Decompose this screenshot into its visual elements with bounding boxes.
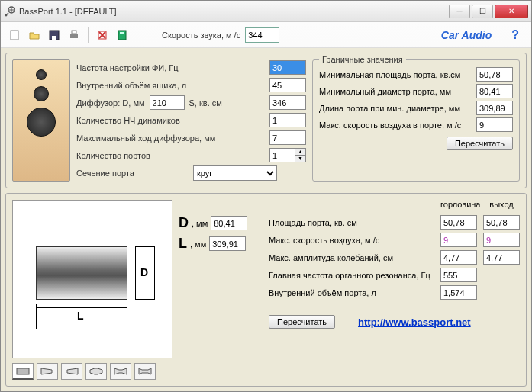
svg-rect-3 [52, 36, 56, 40]
max-air-input[interactable] [476, 117, 513, 132]
s-label: S, кв. cм [189, 98, 222, 108]
recalc-results-button[interactable]: Пересчитать [269, 315, 335, 329]
svg-rect-4 [70, 34, 78, 38]
website-link[interactable]: http://www.bassport.net [358, 316, 471, 328]
max-amp-2 [483, 250, 520, 265]
port-diagram: D L [12, 200, 172, 358]
diff-d-input[interactable] [150, 95, 185, 110]
shape-tab-flare4[interactable] [110, 363, 131, 380]
max-amp-label: Макс. амплитуда колебаний, см [269, 253, 434, 262]
min-dia-label: Минимальный диаметр порта, мм [319, 87, 451, 96]
shape-tabs [12, 363, 172, 380]
shape-tab-flare1[interactable] [37, 363, 58, 380]
d-symbol: D [179, 215, 189, 231]
shape-tab-flare3[interactable] [85, 363, 107, 380]
titlebar: BassPort 1.1 - [DEFAULT] ─ ☐ ✕ [1, 1, 531, 22]
shape-tab-flare5[interactable] [134, 363, 156, 380]
spinner-down-icon[interactable]: ▼ [295, 156, 305, 162]
new-icon[interactable] [7, 27, 22, 43]
port-area-2 [483, 215, 520, 230]
svg-rect-1 [11, 31, 18, 40]
delete-icon[interactable] [95, 27, 110, 43]
recalc-limits-button[interactable]: Пересчитать [447, 137, 513, 150]
save-icon[interactable] [47, 27, 62, 43]
l-symbol: L [179, 236, 187, 252]
limits-group: Граничные значения Минимальная площадь п… [312, 59, 520, 182]
car-audio-link[interactable]: Car Audio [441, 29, 492, 41]
num-ports-input[interactable] [269, 148, 295, 162]
spinner-up-icon[interactable]: ▲ [295, 149, 305, 156]
sound-speed-input[interactable] [245, 27, 279, 43]
tune-freq-label: Частота настройки ФИ, Гц [76, 63, 265, 72]
port-area-1 [440, 215, 477, 230]
app-window: BassPort 1.1 - [DEFAULT] ─ ☐ ✕ Скорость … [0, 0, 532, 392]
maximize-button[interactable]: ☐ [472, 5, 493, 18]
calc-icon[interactable] [114, 27, 130, 43]
input-panel: Частота настройки ФИ, Гц Внутренний объё… [5, 53, 527, 188]
toolbar: Скорость звука, м /с Car Audio ? [1, 22, 531, 48]
max-amp-1 [440, 250, 477, 265]
max-air-1 [440, 233, 477, 247]
num-woofers-label: Количество НЧ динамиков [76, 116, 265, 125]
s-input[interactable] [269, 95, 306, 110]
min-dia-output [476, 84, 513, 98]
minimize-button[interactable]: ─ [449, 5, 470, 18]
close-button[interactable]: ✕ [495, 5, 528, 18]
shape-tab-cylinder[interactable] [12, 363, 34, 380]
open-icon[interactable] [27, 27, 42, 43]
num-woofers-input[interactable] [269, 113, 306, 127]
len-at-min-output [476, 101, 513, 115]
box-vol-label: Внутренний объём ящика, л [76, 81, 265, 90]
diff-d-label: Диффузор: D, мм [76, 98, 145, 108]
min-area-output [476, 67, 513, 82]
xmax-label: Максимальный ход диффузора, мм [76, 133, 265, 143]
box-vol-input[interactable] [269, 78, 306, 92]
sound-speed-label: Скорость звука, м /с [162, 31, 240, 40]
port-area-label: Площадь порта, кв. см [269, 218, 434, 227]
d-input[interactable] [211, 216, 247, 230]
parameters-grid: Частота настройки ФИ, Гц Внутренний объё… [76, 59, 306, 182]
organ-output [440, 268, 477, 282]
results-panel: D L D , мм L [5, 193, 527, 387]
speaker-image [12, 59, 70, 182]
col-exit-label: выход [483, 200, 520, 209]
shape-tab-flare2[interactable] [61, 363, 82, 380]
svg-rect-8 [120, 32, 124, 34]
svg-rect-9 [17, 368, 29, 374]
help-button[interactable]: ? [511, 28, 519, 42]
l-input[interactable] [209, 236, 246, 251]
app-icon [4, 5, 16, 18]
d-unit: , мм [192, 219, 208, 228]
max-air-label: Макс. скорость воздуха в порте, м /с [319, 120, 461, 130]
svg-rect-5 [72, 31, 76, 34]
len-at-min-label: Длина порта при мин. диаметре, мм [319, 104, 460, 113]
col-throat-label: горловина [440, 200, 477, 209]
limits-title: Граничные значения [319, 55, 406, 64]
l-unit: , мм [190, 239, 206, 249]
xmax-input[interactable] [269, 130, 306, 145]
port-vol-output [440, 285, 477, 300]
num-ports-label: Количество портов [76, 151, 265, 160]
window-title: BassPort 1.1 - [DEFAULT] [19, 7, 449, 16]
port-vol-label: Внутренний объём порта, л [269, 288, 434, 297]
print-icon[interactable] [66, 27, 82, 43]
svg-rect-7 [118, 31, 126, 40]
tune-freq-input[interactable] [269, 60, 306, 75]
max-air-res-label: Макс. скорость воздуха, м /с [269, 236, 434, 245]
max-air-2 [483, 233, 520, 247]
min-area-label: Минимальная площадь порта, кв.см [319, 70, 460, 79]
organ-label: Главная частота органного резонанса, Гц [269, 271, 434, 280]
port-section-select[interactable]: круг [193, 165, 277, 181]
